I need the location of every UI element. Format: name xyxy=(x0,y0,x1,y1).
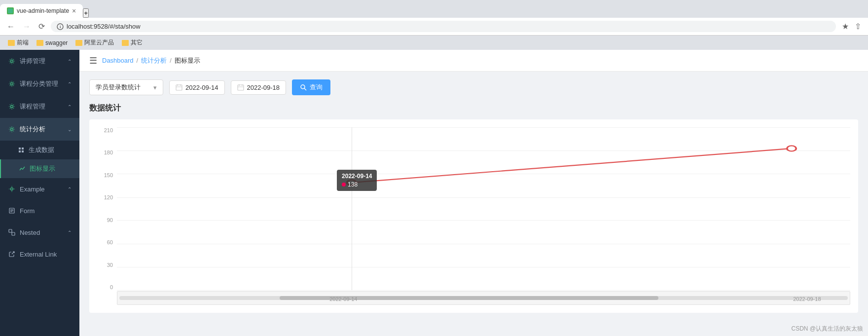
svg-rect-22 xyxy=(238,85,244,90)
chevron-up-icon: ⌄ xyxy=(68,127,72,132)
gear-icon-4 xyxy=(8,125,16,133)
svg-rect-7 xyxy=(19,148,21,149)
chevron-down-icon-2: ⌃ xyxy=(68,81,72,87)
bookmark-swagger[interactable]: swagger xyxy=(34,38,71,47)
gear-icon-2 xyxy=(8,80,16,88)
link-icon xyxy=(8,185,16,193)
svg-rect-17 xyxy=(12,232,15,235)
svg-rect-18 xyxy=(176,85,182,90)
bookmark-label: swagger xyxy=(45,39,68,46)
back-button[interactable]: ← xyxy=(5,21,17,32)
svg-line-27 xyxy=(304,88,306,90)
url-text: localhost:9528/#/sta/show xyxy=(67,23,141,30)
page-content: 学员登录数统计 ▾ 2022-09-14 2022-09-18 查询 数据统计 xyxy=(79,72,868,336)
grid-line-bottom xyxy=(117,290,850,291)
stat-type-label: 学员登录数统计 xyxy=(96,83,141,92)
refresh-button[interactable]: ⟳ xyxy=(36,21,47,32)
sidebar-item-statistics[interactable]: 统计分析 ⌄ xyxy=(0,118,79,141)
svg-rect-10 xyxy=(22,150,24,152)
svg-point-26 xyxy=(301,85,305,89)
breadcrumb: Dashboard / 统计分析 / 图标显示 xyxy=(102,56,200,65)
forward-button[interactable]: → xyxy=(21,21,33,32)
bookmark-label: 其它 xyxy=(131,38,143,47)
external-link-icon xyxy=(8,250,16,258)
menu-toggle-button[interactable]: ☰ xyxy=(89,55,97,66)
watermark: CSDN @认真生活的灰太狼 xyxy=(791,325,863,333)
tab-bar: vue-admin-template × + xyxy=(0,0,868,18)
y-axis: 210 180 150 120 90 60 30 0 xyxy=(97,127,117,290)
folder-icon xyxy=(36,40,43,46)
sidebar-item-instructor[interactable]: 讲师管理 ⌃ xyxy=(0,50,79,73)
active-tab[interactable]: vue-admin-template × xyxy=(0,4,83,18)
svg-point-4 xyxy=(11,83,13,85)
chevron-down-icon-6: ⌃ xyxy=(68,230,72,235)
svg-point-11 xyxy=(11,188,13,190)
sidebar-item-example[interactable]: Example ⌃ xyxy=(0,178,79,200)
sidebar-label-instructor: 讲师管理 xyxy=(20,57,64,66)
svg-point-5 xyxy=(11,106,13,108)
share-button[interactable]: ⇧ xyxy=(853,21,863,32)
bookmark-aliyun[interactable]: 阿里云产品 xyxy=(72,37,117,48)
breadcrumb-sep-1: / xyxy=(137,57,139,64)
svg-point-29 xyxy=(787,146,796,151)
svg-text:ℹ: ℹ xyxy=(60,25,61,29)
address-bar: ← → ⟳ ℹ localhost:9528/#/sta/show ★ ⇧ xyxy=(0,18,868,36)
folder-icon xyxy=(122,40,129,46)
browser-actions: ★ ⇧ xyxy=(840,21,863,32)
sub-label-chart-display: 图标显示 xyxy=(30,164,55,173)
new-tab-button[interactable]: + xyxy=(83,8,89,18)
search-icon xyxy=(300,84,307,91)
form-icon xyxy=(8,207,16,215)
app-container: 讲师管理 ⌃ 课程分类管理 ⌃ 课程管理 ⌃ 统计分析 ⌄ xyxy=(0,50,868,336)
bookmark-button[interactable]: ★ xyxy=(840,21,851,32)
sidebar-label-nested: Nested xyxy=(20,229,64,236)
sidebar-sub-chart-display[interactable]: 图标显示 xyxy=(0,159,79,178)
bookmark-other[interactable]: 其它 xyxy=(119,37,145,48)
folder-icon xyxy=(75,40,82,46)
sidebar-item-external-link[interactable]: External Link xyxy=(0,243,79,265)
y-label-0: 0 xyxy=(110,284,113,290)
sidebar-label-example: Example xyxy=(20,186,64,193)
x-scrollbar[interactable] xyxy=(117,291,850,305)
chevron-down-icon: ⌃ xyxy=(68,59,72,64)
query-button[interactable]: 查询 xyxy=(292,79,330,95)
y-label-90: 90 xyxy=(107,217,113,223)
y-label-30: 30 xyxy=(107,262,113,268)
sidebar-item-nested[interactable]: Nested ⌃ xyxy=(0,222,79,243)
sidebar-label-course: 课程管理 xyxy=(20,102,64,111)
sidebar-item-form[interactable]: Form xyxy=(0,200,79,222)
date-start-picker[interactable]: 2022-09-14 xyxy=(169,80,225,95)
sidebar-item-course-category[interactable]: 课程分类管理 ⌃ xyxy=(0,73,79,95)
sidebar-label-course-category: 课程分类管理 xyxy=(20,79,64,88)
breadcrumb-dashboard[interactable]: Dashboard xyxy=(102,57,134,64)
y-label-150: 150 xyxy=(104,172,113,178)
bookmarks-bar: 前端 swagger 阿里云产品 其它 xyxy=(0,36,868,50)
breadcrumb-statistics[interactable]: 统计分析 xyxy=(141,56,167,65)
main-content: ☰ Dashboard / 统计分析 / 图标显示 学员登录数统计 ▾ 2022… xyxy=(79,50,868,336)
lock-icon: ℹ xyxy=(57,23,64,30)
sidebar-sub-generate-data[interactable]: 生成数据 xyxy=(0,141,79,159)
select-arrow-icon: ▾ xyxy=(153,84,157,91)
browser-chrome: vue-admin-template × + ← → ⟳ ℹ localhost… xyxy=(0,0,868,50)
x-scrollbar-thumb[interactable] xyxy=(280,296,658,300)
gear-icon-3 xyxy=(8,103,16,111)
sidebar-label-form: Form xyxy=(20,207,72,215)
query-label: 查询 xyxy=(310,83,323,92)
date-end-picker[interactable]: 2022-09-18 xyxy=(231,80,287,95)
calendar-icon xyxy=(176,84,182,91)
sidebar-item-course[interactable]: 课程管理 ⌃ xyxy=(0,95,79,118)
chart-container: 210 180 150 120 90 60 30 0 xyxy=(89,119,858,313)
breadcrumb-sep-2: / xyxy=(170,57,172,64)
bookmark-前端[interactable]: 前端 xyxy=(5,37,32,48)
grid-icon xyxy=(18,147,25,153)
stat-type-select[interactable]: 学员登录数统计 ▾ xyxy=(89,79,163,95)
breadcrumb-current: 图标显示 xyxy=(175,56,200,65)
chart-svg xyxy=(117,127,850,290)
tab-favicon xyxy=(7,7,14,14)
sidebar-label-statistics: 统计分析 xyxy=(20,125,64,134)
chevron-down-icon-3: ⌃ xyxy=(68,104,72,110)
tab-close-button[interactable]: × xyxy=(72,7,76,15)
address-input[interactable]: ℹ localhost:9528/#/sta/show xyxy=(51,21,836,32)
bookmark-label: 前端 xyxy=(17,38,29,47)
svg-rect-16 xyxy=(9,229,12,232)
